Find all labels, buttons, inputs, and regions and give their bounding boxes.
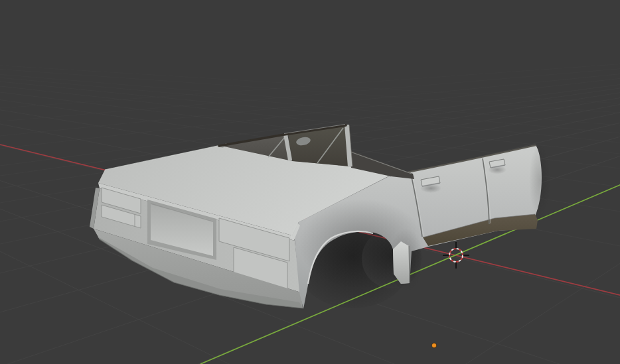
viewport-canvas[interactable] [0, 0, 620, 364]
viewport-3d[interactable] [0, 0, 620, 364]
right-edge-shade [529, 143, 550, 217]
object-origin-dot[interactable] [431, 343, 436, 347]
